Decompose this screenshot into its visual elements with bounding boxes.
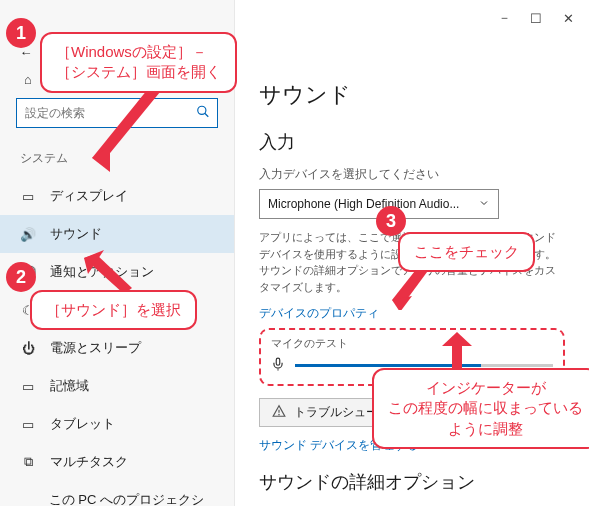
annotation-callout-3: ここをチェック: [398, 232, 535, 272]
sidebar-item-label: マルチタスク: [50, 453, 128, 471]
input-heading: 入力: [259, 130, 565, 154]
svg-marker-6: [92, 84, 160, 158]
advanced-heading: サウンドの詳細オプション: [259, 470, 565, 494]
sidebar-item-multitask[interactable]: ⧉ マルチタスク: [0, 443, 234, 481]
annotation-callout-1: ［Windowsの設定］－ ［システム］画面を開く: [40, 32, 237, 93]
sidebar-item-label: 記憶域: [50, 377, 89, 395]
storage-icon: ▭: [20, 378, 36, 394]
page-title: サウンド: [259, 80, 565, 110]
multitask-icon: ⧉: [20, 454, 36, 470]
dropdown-value: Microphone (High Definition Audio...: [268, 197, 459, 211]
svg-marker-13: [442, 332, 472, 346]
warning-icon: [272, 404, 286, 421]
sidebar-item-projection[interactable]: ↗ この PC へのプロジェクション: [0, 481, 234, 506]
svg-rect-2: [276, 358, 280, 365]
search-icon: [196, 105, 210, 122]
sidebar-item-label: サウンド: [50, 225, 102, 243]
annotation-badge-2: 2: [6, 262, 36, 292]
sidebar-item-label: ディスプレイ: [50, 187, 128, 205]
svg-point-5: [279, 414, 280, 415]
mic-level-bar: [295, 364, 553, 367]
sidebar-item-storage[interactable]: ▭ 記憶域: [0, 367, 234, 405]
sidebar-item-display[interactable]: ▭ ディスプレイ: [0, 177, 234, 215]
sidebar-item-label: 電源とスリープ: [50, 339, 141, 357]
tablet-icon: ▭: [20, 416, 36, 432]
annotation-badge-1: 1: [6, 18, 36, 48]
display-icon: ▭: [20, 188, 36, 204]
sidebar-item-power[interactable]: ⏻ 電源とスリープ: [0, 329, 234, 367]
sidebar-item-sound[interactable]: 🔊 サウンド: [0, 215, 234, 253]
power-icon: ⏻: [20, 340, 36, 356]
sidebar-item-tablet[interactable]: ▭ タブレット: [0, 405, 234, 443]
annotation-badge-3: 3: [376, 206, 406, 236]
svg-line-1: [205, 113, 209, 117]
microphone-icon: [271, 357, 285, 374]
projection-icon: ↗: [20, 501, 35, 506]
svg-point-0: [198, 106, 206, 114]
annotation-callout-4: インジケーターが この程度の幅に収まっている ように調整: [372, 368, 589, 449]
sidebar-item-label: この PC へのプロジェクション: [49, 491, 214, 506]
annotation-arrow-1: [92, 84, 164, 172]
home-icon: ⌂: [20, 71, 36, 87]
mic-test-label: マイクのテスト: [271, 336, 553, 351]
sidebar-item-label: タブレット: [50, 415, 115, 433]
sound-icon: 🔊: [20, 226, 36, 242]
input-sub: 入力デバイスを選択してください: [259, 166, 565, 183]
chevron-down-icon: [478, 197, 490, 212]
annotation-callout-2: ［サウンド］を選択: [30, 290, 197, 330]
